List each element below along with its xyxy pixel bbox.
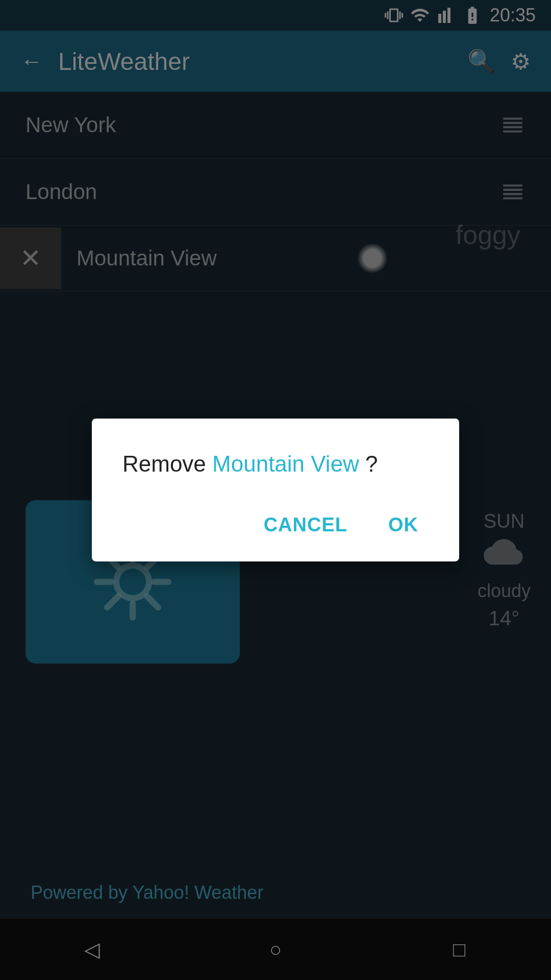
cancel-button[interactable]: CANCEL [254,509,358,541]
dialog-message-prefix: Remove [122,451,212,476]
dialog-actions: CANCEL OK [122,509,429,541]
ok-button[interactable]: OK [378,509,429,541]
dialog-message: Remove Mountain View ? [122,449,429,478]
dialog-message-suffix: ? [359,451,378,476]
dialog-message-highlight: Mountain View [212,451,359,476]
remove-location-dialog: Remove Mountain View ? CANCEL OK [92,419,459,561]
